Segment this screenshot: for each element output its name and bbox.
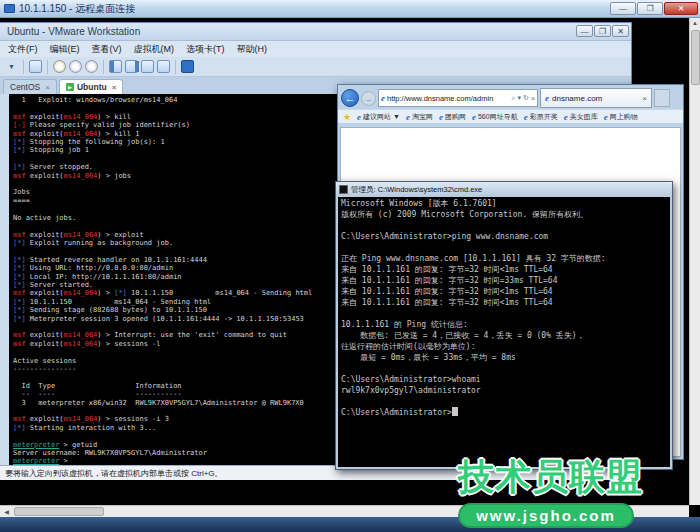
favorites-star-icon[interactable]: ★ bbox=[343, 112, 351, 122]
vmware-titlebar: Ubuntu - VMware Workstation — ❐ ✕ bbox=[0, 23, 631, 41]
search-dropdown-icon[interactable]: ▾ bbox=[518, 94, 522, 102]
terminal-line: 版权所有 (c) 2009 Microsoft Corporation. 保留所… bbox=[341, 209, 670, 220]
vm-tab-label: CentOS bbox=[10, 82, 40, 92]
vmware-status-text: 要将输入定向到该虚拟机，请在虚拟机内部单击或按 Ctrl+G。 bbox=[5, 468, 223, 479]
rdp-window-title: 10.1.1.150 - 远程桌面连接 bbox=[19, 2, 135, 16]
watermark-name: 技术员联盟 bbox=[458, 453, 643, 502]
terminal-line: C:\Users\Administrator> bbox=[341, 407, 670, 418]
vmware-minimize-button[interactable]: — bbox=[576, 25, 593, 37]
scroll-left-icon[interactable]: ◀ bbox=[1, 507, 12, 517]
terminal-line: 往返行程的估计时间(以毫秒为单位): bbox=[341, 341, 670, 352]
cmd-window: 管理员: C:\Windows\system32\cmd.exe Microso… bbox=[335, 181, 673, 470]
scroll-up-icon[interactable]: ▲ bbox=[690, 18, 700, 29]
favorite-label: 建议网站 ▼ bbox=[363, 112, 400, 122]
rdp-minimize-button[interactable]: — bbox=[610, 2, 636, 15]
favorite-item-2[interactable]: e团购网 bbox=[439, 112, 466, 122]
terminal-line: 数据包: 已发送 = 4，已接收 = 4，丢失 = 0 (0% 丢失)， bbox=[341, 330, 670, 341]
vm-tab-label: Ubuntu bbox=[77, 82, 107, 92]
stop-icon[interactable]: × bbox=[531, 95, 535, 102]
unity-mode-icon[interactable] bbox=[157, 60, 170, 73]
cmd-window-title: 管理员: C:\Windows\system32\cmd.exe bbox=[351, 185, 482, 195]
rdp-maximize-button[interactable]: ❐ bbox=[637, 2, 663, 15]
favorite-item-1[interactable]: e淘宝网 bbox=[406, 112, 433, 122]
vertical-scroll-thumb[interactable] bbox=[691, 30, 700, 85]
favorite-item-4[interactable]: e彩票开奖 bbox=[524, 112, 558, 122]
favorite-item-0[interactable]: e建议网站 ▼ bbox=[357, 112, 400, 122]
fullscreen-icon[interactable] bbox=[141, 60, 154, 73]
cmd-titlebar[interactable]: 管理员: C:\Windows\system32\cmd.exe bbox=[336, 182, 672, 197]
take-snapshot-icon[interactable] bbox=[53, 60, 66, 73]
rdp-computer-icon bbox=[4, 4, 15, 13]
console-view-icon[interactable] bbox=[181, 60, 194, 73]
back-button[interactable]: ← bbox=[341, 89, 359, 107]
terminal-line: 10.1.1.161 的 Ping 统计信息: bbox=[341, 319, 670, 330]
revert-snapshot-icon[interactable] bbox=[69, 60, 82, 73]
favorites-bar: ★ e建议网站 ▼e淘宝网e团购网e560网址导航e彩票开奖e美女图库e网上购物 bbox=[338, 109, 683, 123]
vmware-menu-选[interactable]: 选项卡(T) bbox=[181, 42, 230, 57]
show-library-icon[interactable] bbox=[109, 60, 122, 73]
vm-tab-ubuntu[interactable]: ▶Ubuntu× bbox=[59, 79, 123, 94]
rdp-close-button[interactable]: ✕ bbox=[664, 2, 698, 15]
favorite-item-5[interactable]: e美女图库 bbox=[564, 112, 598, 122]
favorite-label: 560网址导航 bbox=[478, 112, 518, 122]
ie-favicon: e bbox=[604, 112, 608, 122]
toolbar-separator bbox=[23, 60, 24, 74]
browser-nav-bar: ← → e http://www.dnsname.com/admin ⌕ ▾ ↻… bbox=[338, 85, 683, 109]
terminal-line: Microsoft Windows [版本 6.1.7601] bbox=[341, 198, 670, 209]
vmware-menubar: 文件(F)编辑(E)查看(V)虚拟机(M)选项卡(T)帮助(H) bbox=[0, 41, 631, 57]
vmware-menu-文[interactable]: 文件(F) bbox=[3, 42, 43, 57]
favorite-item-3[interactable]: e560网址导航 bbox=[472, 112, 518, 122]
vmware-window-title: Ubuntu - VMware Workstation bbox=[7, 26, 140, 37]
favorite-label: 彩票开奖 bbox=[530, 112, 558, 122]
terminal-line: 来自 10.1.1.161 的回复: 字节=32 时间<1ms TTL=64 bbox=[341, 297, 670, 308]
favorite-item-6[interactable]: e网上购物 bbox=[604, 112, 638, 122]
toolbar-dropdown-icon[interactable]: ▾ bbox=[5, 60, 18, 73]
vm-tab-close-icon[interactable]: × bbox=[45, 83, 50, 92]
vmware-close-button[interactable]: ✕ bbox=[612, 25, 629, 37]
toolbar-separator bbox=[175, 60, 176, 74]
watermark-url: www.jsgho.com bbox=[458, 503, 634, 528]
vmware-restore-button[interactable]: ❐ bbox=[594, 25, 611, 37]
power-options-icon[interactable] bbox=[29, 60, 42, 73]
browser-tab-title: dnsname.com bbox=[552, 94, 639, 103]
browser-tab[interactable]: e dnsname.com × bbox=[540, 88, 652, 108]
terminal-line bbox=[341, 220, 670, 231]
snapshot-manager-icon[interactable] bbox=[85, 60, 98, 73]
ie-favicon: e bbox=[357, 112, 361, 122]
vmware-menu-帮[interactable]: 帮助(H) bbox=[232, 42, 273, 57]
terminal-line bbox=[341, 308, 670, 319]
vm-tab-centos[interactable]: CentOS× bbox=[3, 79, 57, 94]
ie-favicon: e bbox=[406, 112, 410, 122]
vertical-scrollbar[interactable]: ▲ bbox=[689, 18, 700, 505]
rdp-titlebar: 10.1.1.150 - 远程桌面连接 — ❐ ✕ bbox=[0, 0, 700, 18]
horizontal-scroll-thumb[interactable] bbox=[14, 507, 104, 516]
vm-tab-close-icon[interactable]: × bbox=[112, 83, 117, 92]
address-bar[interactable]: e http://www.dnsname.com/admin ⌕ ▾ ↻ × bbox=[378, 89, 538, 107]
cmd-console[interactable]: Microsoft Windows [版本 6.1.7601]版权所有 (c) … bbox=[338, 197, 670, 467]
new-tab-button[interactable] bbox=[654, 89, 670, 107]
show-thumbnail-bar-icon[interactable] bbox=[125, 60, 138, 73]
terminal-line bbox=[341, 396, 670, 407]
ie-favicon: e bbox=[472, 112, 476, 122]
terminal-line: 来自 10.1.1.161 的回复: 字节=32 时间=33ms TTL=64 bbox=[341, 275, 670, 286]
vmware-menu-编[interactable]: 编辑(E) bbox=[45, 42, 85, 57]
favorite-label: 网上购物 bbox=[610, 112, 638, 122]
vmware-toolbar: ▾ bbox=[0, 57, 631, 77]
ie-favicon: e bbox=[564, 112, 568, 122]
address-url[interactable]: http://www.dnsname.com/admin bbox=[387, 94, 510, 103]
tab-close-icon[interactable]: × bbox=[642, 94, 647, 103]
vm-power-on-icon: ▶ bbox=[66, 83, 74, 91]
forward-button[interactable]: → bbox=[361, 91, 376, 106]
search-icon[interactable]: ⌕ bbox=[512, 94, 516, 102]
terminal-line: 来自 10.1.1.161 的回复: 字节=32 时间<1ms TTL=64 bbox=[341, 286, 670, 297]
terminal-line: C:\Users\Administrator>whoami bbox=[341, 374, 670, 385]
refresh-icon[interactable]: ↻ bbox=[523, 94, 529, 102]
vmware-menu-虚[interactable]: 虚拟机(M) bbox=[129, 42, 180, 57]
favorite-label: 淘宝网 bbox=[412, 112, 433, 122]
terminal-line bbox=[341, 242, 670, 253]
watermark: 技术员联盟 www.jsgho.com bbox=[458, 453, 643, 528]
vmware-menu-查[interactable]: 查看(V) bbox=[87, 42, 127, 57]
terminal-line bbox=[341, 363, 670, 374]
terminal-line: 最短 = 0ms，最长 = 33ms，平均 = 8ms bbox=[341, 352, 670, 363]
favorite-label: 团购网 bbox=[445, 112, 466, 122]
